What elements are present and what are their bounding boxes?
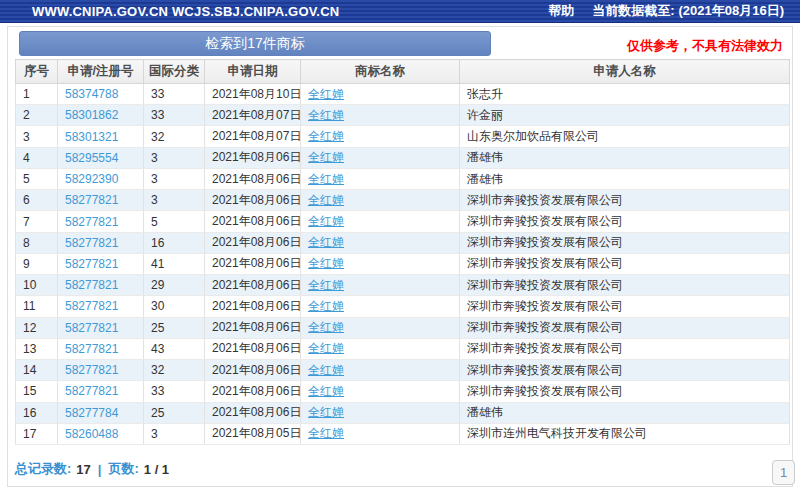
cell-trademark-name-link[interactable]: 全红婵	[308, 87, 344, 101]
cell-application-no-link[interactable]: 58277821	[65, 236, 118, 250]
cell-trademark-name-link[interactable]: 全红婵	[308, 172, 344, 186]
cell-application-no: 58277821	[58, 190, 144, 211]
cell-application-no-link[interactable]: 58277821	[65, 384, 118, 398]
cell-intl-class: 30	[144, 296, 205, 317]
table-row: 1458277821322021年08月06日全红婵深圳市奔骏投资发展有限公司	[16, 360, 790, 381]
cell-application-no: 58292390	[58, 168, 144, 189]
results-table-body: 158374788332021年08月10日全红婵张志升258301862332…	[16, 84, 790, 445]
cell-apply-date: 2021年08月05日	[205, 423, 301, 444]
cell-applicant-name: 潘雄伟	[460, 147, 790, 168]
cell-trademark-name: 全红婵	[301, 232, 460, 253]
cell-applicant-name: 深圳市奔骏投资发展有限公司	[460, 360, 790, 381]
cell-application-no-link[interactable]: 58374788	[65, 87, 118, 101]
cell-trademark-name-link[interactable]: 全红婵	[308, 405, 344, 419]
cell-application-no-link[interactable]: 58277821	[65, 257, 118, 271]
cell-trademark-name-link[interactable]: 全红婵	[308, 341, 344, 355]
cell-trademark-name-link[interactable]: 全红婵	[308, 193, 344, 207]
cell-apply-date: 2021年08月06日	[205, 317, 301, 338]
cell-trademark-name-link[interactable]: 全红婵	[308, 278, 344, 292]
cell-apply-date: 2021年08月06日	[205, 360, 301, 381]
cell-trademark-name-link[interactable]: 全红婵	[308, 299, 344, 313]
cell-application-no-link[interactable]: 58277784	[65, 406, 118, 420]
cell-application-no: 58277821	[58, 338, 144, 359]
cell-intl-class: 5	[144, 211, 205, 232]
cell-intl-class: 43	[144, 338, 205, 359]
result-count-button[interactable]: 检索到17件商标	[19, 31, 491, 56]
cell-trademark-name: 全红婵	[301, 211, 460, 232]
cell-application-no-link[interactable]: 58277821	[65, 299, 118, 313]
cell-application-no-link[interactable]: 58277821	[65, 363, 118, 377]
cell-application-no-link[interactable]: 58277821	[65, 193, 118, 207]
cell-serial-no: 3	[16, 126, 58, 147]
cell-serial-no: 10	[16, 275, 58, 296]
cell-application-no: 58277821	[58, 275, 144, 296]
cell-applicant-name: 张志升	[460, 84, 790, 105]
cell-application-no: 58277821	[58, 360, 144, 381]
cell-trademark-name: 全红婵	[301, 105, 460, 126]
cell-applicant-name: 潘雄伟	[460, 402, 790, 423]
cell-applicant-name: 深圳市连州电气科技开发有限公司	[460, 423, 790, 444]
cell-trademark-name-link[interactable]: 全红婵	[308, 384, 344, 398]
cell-trademark-name: 全红婵	[301, 126, 460, 147]
data-cutoff-value: (2021年08月16日)	[679, 2, 785, 20]
cell-applicant-name: 深圳市奔骏投资发展有限公司	[460, 190, 790, 211]
cell-intl-class: 32	[144, 126, 205, 147]
cell-application-no-link[interactable]: 58295554	[65, 151, 118, 165]
cell-application-no-link[interactable]: 58277821	[65, 321, 118, 335]
cell-application-no-link[interactable]: 58277821	[65, 215, 118, 229]
cell-serial-no: 2	[16, 105, 58, 126]
table-row: 258301862332021年08月07日全红婵许金丽	[16, 105, 790, 126]
cell-application-no: 58277821	[58, 317, 144, 338]
cell-application-no-link[interactable]: 58301321	[65, 130, 118, 144]
cell-trademark-name-link[interactable]: 全红婵	[308, 363, 344, 377]
cell-intl-class: 3	[144, 147, 205, 168]
table-row: 358301321322021年08月07日全红婵山东奥尔加饮品有限公司	[16, 126, 790, 147]
col-header-serial-no: 序号	[16, 60, 58, 84]
cell-trademark-name-link[interactable]: 全红婵	[308, 129, 344, 143]
col-header-intl-class: 国际分类	[144, 60, 205, 84]
cell-applicant-name: 深圳市奔骏投资发展有限公司	[460, 211, 790, 232]
cell-applicant-name: 深圳市奔骏投资发展有限公司	[460, 232, 790, 253]
cell-trademark-name: 全红婵	[301, 253, 460, 274]
cell-application-no: 58260488	[58, 423, 144, 444]
cell-applicant-name: 深圳市奔骏投资发展有限公司	[460, 296, 790, 317]
cell-trademark-name-link[interactable]: 全红婵	[308, 108, 344, 122]
cell-trademark-name-link[interactable]: 全红婵	[308, 320, 344, 334]
cell-intl-class: 3	[144, 190, 205, 211]
cell-trademark-name-link[interactable]: 全红婵	[308, 235, 344, 249]
table-row: 158374788332021年08月10日全红婵张志升	[16, 84, 790, 105]
cell-application-no-link[interactable]: 58292390	[65, 172, 118, 186]
cell-applicant-name: 深圳市奔骏投资发展有限公司	[460, 317, 790, 338]
cell-intl-class: 41	[144, 253, 205, 274]
cell-trademark-name-link[interactable]: 全红婵	[308, 150, 344, 164]
help-link[interactable]: 帮助	[548, 2, 574, 20]
cell-applicant-name: 深圳市奔骏投资发展有限公司	[460, 381, 790, 402]
cell-applicant-name: 深圳市奔骏投资发展有限公司	[460, 253, 790, 274]
cell-application-no-link[interactable]: 58277821	[65, 342, 118, 356]
cell-trademark-name: 全红婵	[301, 317, 460, 338]
table-row: 1058277821292021年08月06日全红婵深圳市奔骏投资发展有限公司	[16, 275, 790, 296]
cell-trademark-name-link[interactable]: 全红婵	[308, 214, 344, 228]
cell-trademark-name: 全红婵	[301, 360, 460, 381]
col-header-application-no: 申请/注册号	[58, 60, 144, 84]
table-row: 1658277784252021年08月06日全红婵潘雄伟	[16, 402, 790, 423]
total-records-label: 总记录数:	[15, 460, 71, 478]
cell-application-no-link[interactable]: 58260488	[65, 427, 118, 441]
page-number-button[interactable]: 1	[772, 460, 795, 485]
results-table: 序号 申请/注册号 国际分类 申请日期 商标名称 申请人名称 158374788…	[15, 59, 790, 445]
col-header-applicant-name: 申请人名称	[460, 60, 790, 84]
cell-apply-date: 2021年08月06日	[205, 190, 301, 211]
cell-apply-date: 2021年08月10日	[205, 84, 301, 105]
cell-trademark-name: 全红婵	[301, 84, 460, 105]
title-bar-right: 帮助 当前数据截至: (2021年08月16日)	[548, 2, 784, 20]
cell-apply-date: 2021年08月06日	[205, 147, 301, 168]
cell-trademark-name-link[interactable]: 全红婵	[308, 256, 344, 270]
cell-serial-no: 17	[16, 423, 58, 444]
cell-application-no-link[interactable]: 58301862	[65, 108, 118, 122]
table-row: 1158277821302021年08月06日全红婵深圳市奔骏投资发展有限公司	[16, 296, 790, 317]
cell-trademark-name-link[interactable]: 全红婵	[308, 426, 344, 440]
cell-apply-date: 2021年08月07日	[205, 105, 301, 126]
cell-application-no-link[interactable]: 58277821	[65, 278, 118, 292]
cell-serial-no: 11	[16, 296, 58, 317]
cell-apply-date: 2021年08月06日	[205, 253, 301, 274]
